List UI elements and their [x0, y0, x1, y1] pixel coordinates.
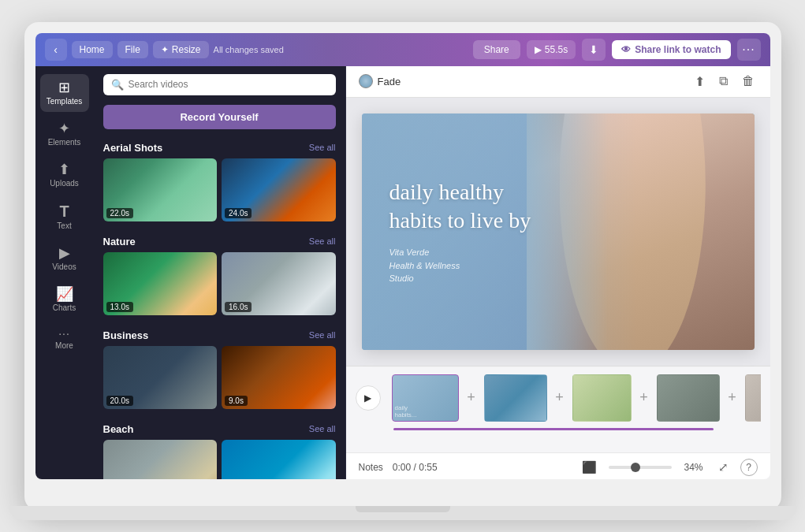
uploads-label: Uploads	[50, 179, 79, 188]
home-button[interactable]: Home	[72, 41, 113, 58]
timeline-area: ▶ dailyhabits... + +	[346, 366, 770, 452]
text-icon: T	[59, 203, 69, 219]
search-icon: 🔍	[111, 79, 124, 91]
zoom-level: 34%	[681, 462, 706, 473]
laptop-frame: ‹ Home File ✦ Resize All changes saved S…	[24, 22, 781, 511]
more-dots-icon: ···	[58, 328, 70, 339]
record-yourself-button[interactable]: Record Yourself	[103, 105, 336, 129]
aerial-grid: 22.0s 24.0s	[94, 158, 345, 231]
play-icon: ▶	[535, 44, 542, 55]
add-clip-1[interactable]: +	[462, 374, 481, 422]
delete-icon-button[interactable]: 🗑	[739, 71, 758, 91]
laptop-notch	[356, 506, 450, 512]
aerial-title: Aerial Shots	[103, 142, 163, 154]
design-card[interactable]: daily healthy habits to live by Vita Ver…	[362, 113, 755, 350]
search-input[interactable]	[129, 79, 328, 90]
zoom-slider[interactable]	[609, 466, 672, 469]
copy-icon-button[interactable]: ⧉	[716, 71, 731, 91]
play-button[interactable]: ▶	[356, 385, 381, 411]
aerial-thumb-1[interactable]: 22.0s	[103, 158, 218, 221]
canvas-main: daily healthy habits to live by Vita Ver…	[346, 98, 770, 366]
nature-thumb-2[interactable]: 16.0s	[222, 252, 336, 315]
biz-duration-2: 9.0s	[225, 396, 248, 406]
business-thumb-1[interactable]: 20.0s	[103, 346, 218, 409]
file-label: File	[125, 44, 140, 55]
duration-label: 55.5s	[545, 44, 568, 55]
share-button[interactable]: Share	[473, 40, 520, 59]
business-thumb-2[interactable]: 9.0s	[222, 346, 336, 409]
brand-name: Vita Verde	[389, 246, 531, 259]
sidebar-item-elements[interactable]: ✦ Elements	[40, 115, 89, 153]
topbar: ‹ Home File ✦ Resize All changes saved S…	[35, 33, 770, 66]
nature-see-all[interactable]: See all	[309, 236, 336, 246]
search-area: 🔍	[94, 66, 345, 102]
timeline-track: dailyhabits... + + + + +	[386, 371, 761, 425]
biz-duration-1: 20.0s	[106, 396, 133, 406]
aerial-thumb-2[interactable]: 24.0s	[222, 158, 336, 221]
add-clip-3[interactable]: +	[635, 374, 654, 422]
timeline-clip-4[interactable]	[657, 374, 720, 422]
sidebar-item-text[interactable]: T Text	[40, 197, 89, 236]
videos-icon: ▶	[59, 246, 70, 260]
beach-thumb-2[interactable]: 38.0s	[222, 440, 336, 479]
business-see-all[interactable]: See all	[309, 330, 336, 340]
timeline-clip-5[interactable]	[745, 374, 761, 422]
charts-icon: 📈	[56, 287, 73, 301]
help-button[interactable]: ?	[740, 459, 758, 476]
zoom-handle[interactable]	[631, 463, 640, 472]
sidebar-item-videos[interactable]: ▶ Videos	[40, 240, 89, 277]
search-box: 🔍	[103, 74, 336, 95]
add-clip-4[interactable]: +	[723, 374, 742, 422]
elements-icon: ✦	[58, 121, 70, 136]
nature-duration-2: 16.0s	[225, 302, 252, 312]
sidebar-item-charts[interactable]: 📈 Charts	[40, 281, 89, 318]
text-label: Text	[57, 221, 71, 230]
nature-title: Nature	[103, 236, 136, 247]
uploads-icon: ⬆	[58, 162, 70, 177]
fade-label: Fade	[359, 74, 401, 88]
add-clip-2[interactable]: +	[550, 374, 569, 422]
resize-icon: ✦	[161, 44, 169, 55]
watch-label: Share link to watch	[635, 44, 721, 55]
home-label: Home	[80, 44, 105, 55]
canvas-area: Fade ⬆ ⧉ 🗑	[346, 66, 770, 479]
bottom-bar: Notes 0:00 / 0:55 ⬛ 34% ⤢ ?	[346, 452, 770, 479]
aerial-see-all[interactable]: See all	[309, 143, 336, 152]
charts-label: Charts	[53, 303, 76, 312]
nature-thumb-1[interactable]: 13.0s	[103, 252, 218, 315]
nature-section-header: Nature See all	[94, 231, 345, 252]
design-text: daily healthy habits to live by Vita Ver…	[389, 177, 531, 285]
watch-link-button[interactable]: 👁 Share link to watch	[612, 40, 730, 59]
topbar-right: Share ▶ 55.5s ⬇ 👁 Share link to watch ··…	[473, 39, 761, 61]
back-button[interactable]: ‹	[45, 39, 67, 61]
aerial-section-header: Aerial Shots See all	[94, 137, 345, 158]
notes-button[interactable]: Notes	[359, 462, 383, 473]
timeline-clip-1[interactable]: dailyhabits...	[392, 374, 459, 422]
timeline-clip-2[interactable]	[484, 374, 547, 422]
help-icon: ?	[746, 462, 751, 473]
sidebar-item-more[interactable]: ··· More	[40, 322, 89, 356]
screen-size-button[interactable]: ⬛	[580, 458, 599, 477]
expand-button[interactable]: ⤢	[716, 458, 731, 477]
business-section-header: Business See all	[94, 325, 345, 346]
elements-label: Elements	[48, 138, 81, 147]
file-button[interactable]: File	[117, 41, 148, 58]
download-icon: ⬇	[589, 43, 598, 56]
more-icon: ···	[742, 43, 755, 57]
sidebar-item-uploads[interactable]: ⬆ Uploads	[40, 156, 89, 194]
timeline-clip-3[interactable]	[572, 374, 632, 422]
saved-status: All changes saved	[214, 45, 284, 54]
resize-label: Resize	[172, 44, 201, 55]
sidebar-item-templates[interactable]: ⊞ Templates	[40, 74, 89, 112]
beach-thumb-1[interactable]: 15.0s	[103, 440, 218, 479]
eye-icon: 👁	[621, 44, 631, 55]
export-icon-button[interactable]: ⬆	[691, 71, 708, 92]
screen: ‹ Home File ✦ Resize All changes saved S…	[35, 33, 770, 479]
beach-see-all[interactable]: See all	[309, 424, 336, 433]
aerial-duration-2: 24.0s	[225, 208, 252, 218]
play-duration-button[interactable]: ▶ 55.5s	[527, 40, 576, 59]
sidebar: ⊞ Templates ✦ Elements ⬆ Uploads T Text …	[35, 66, 94, 479]
resize-button[interactable]: ✦ Resize	[153, 41, 209, 58]
download-button[interactable]: ⬇	[582, 39, 606, 61]
more-options-button[interactable]: ···	[737, 39, 761, 61]
